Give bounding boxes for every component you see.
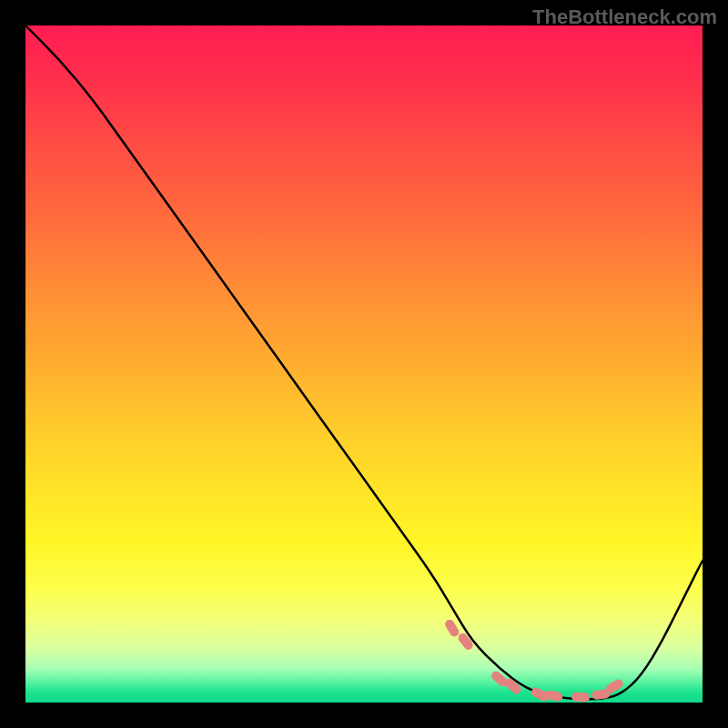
marker-dot bbox=[571, 693, 590, 703]
marker-dot bbox=[443, 618, 460, 638]
main-curve bbox=[25, 25, 703, 699]
watermark-text: TheBottleneck.com bbox=[532, 5, 717, 29]
marker-dot bbox=[457, 632, 475, 652]
marker-group bbox=[443, 618, 624, 703]
chart-svg bbox=[25, 25, 703, 703]
plot-area bbox=[25, 25, 703, 703]
